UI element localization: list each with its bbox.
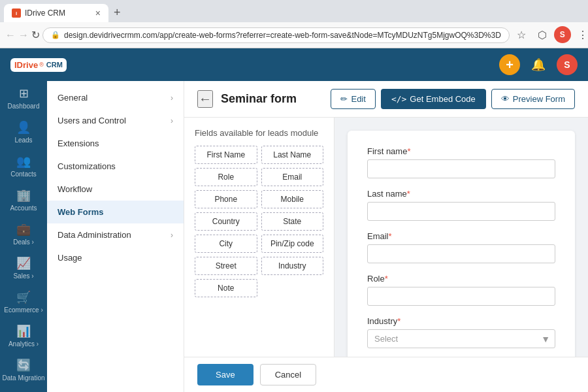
embed-icon: </> (391, 94, 406, 104)
analytics-icon: 📊 (16, 324, 31, 338)
form-group-industry: Industry* Select ▼ (367, 316, 555, 348)
input-email[interactable] (367, 244, 555, 263)
browser-menu-button[interactable]: ⋮ (574, 26, 588, 44)
input-role[interactable] (367, 287, 555, 306)
contacts-icon: 👥 (16, 154, 31, 169)
select-wrapper-industry: Select ▼ (367, 329, 555, 348)
main-content: ← Seminar form ✏ Edit </> Get Embed Code… (184, 81, 588, 392)
two-column-layout: Fields available for leads module First … (184, 118, 588, 357)
menu-item-workflow[interactable]: Workflow (47, 178, 184, 201)
required-indicator: * (397, 316, 400, 326)
input-first-name[interactable] (367, 159, 555, 178)
sidebar-item-data-migration[interactable]: 🔄 Data Migration (0, 353, 47, 387)
field-chip-street[interactable]: Street (195, 257, 257, 275)
field-chip-first-name[interactable]: First Name (195, 146, 257, 164)
menu-item-general[interactable]: General › (47, 86, 184, 109)
sidebar-item-deals[interactable]: 💼 Deals › (0, 217, 47, 251)
menu-item-customizations[interactable]: Customizations (47, 155, 184, 178)
sidebar-item-contacts[interactable]: 👥 Contacts (0, 149, 47, 183)
tab-close-btn[interactable]: × (95, 8, 101, 18)
sidebar: ⊞ Dashboard 👤 Leads 👥 Contacts 🏢 Account… (0, 81, 47, 392)
label-email: Email* (367, 231, 555, 241)
tab-title: IDrive CRM (25, 8, 91, 18)
fields-grid: First Name Last Name Role Email Phone Mo… (195, 146, 323, 297)
notifications-button[interactable]: 🔔 (528, 54, 549, 75)
embed-code-button[interactable]: </> Get Embed Code (381, 89, 486, 109)
chevron-right-icon: › (171, 116, 173, 125)
sales-icon: 📈 (16, 256, 31, 270)
add-button[interactable]: + (499, 54, 520, 75)
fields-panel: Fields available for leads module First … (184, 118, 335, 357)
logo-crm: CRM (46, 61, 63, 69)
chevron-right-icon: › (171, 93, 173, 103)
new-tab-button[interactable]: + (108, 3, 126, 22)
edit-icon: ✏ (340, 94, 348, 104)
field-chip-state[interactable]: State (261, 212, 324, 231)
preview-icon: 👁 (501, 94, 510, 104)
cancel-button[interactable]: Cancel (260, 364, 316, 385)
profile-button[interactable]: S (554, 26, 571, 43)
field-chip-country[interactable]: Country (195, 212, 257, 231)
logo-registered: ® (39, 61, 44, 68)
sidebar-item-ecommerce[interactable]: 🛒 Ecommerce › (0, 285, 47, 319)
form-group-last-name: Last name* (367, 189, 555, 221)
reload-button[interactable]: ↻ (31, 26, 40, 44)
address-text: design.devidrivecrmm.com/app/create-web-… (64, 31, 501, 40)
label-last-name: Last name* (367, 189, 555, 199)
fields-panel-title: Fields available for leads module (195, 128, 323, 138)
sidebar-item-analytics[interactable]: 📊 Analytics › (0, 319, 47, 353)
logo-idrive: IDrive (14, 60, 38, 70)
field-chip-city[interactable]: City (195, 235, 257, 253)
preview-form-button[interactable]: 👁 Preview Form (491, 89, 575, 109)
deals-icon: 💼 (16, 222, 31, 237)
field-chip-pin-zip[interactable]: Pin/Zip code (261, 235, 324, 253)
back-button[interactable]: ← (5, 26, 16, 44)
top-actions: ✏ Edit </> Get Embed Code 👁 Preview Form (331, 89, 575, 109)
data-migration-icon: 🔄 (16, 358, 31, 372)
accounts-icon: 🏢 (16, 188, 31, 203)
label-role: Role* (367, 274, 555, 284)
field-chip-email[interactable]: Email (261, 168, 324, 186)
main-menu: General › Users and Control › Extensions… (47, 81, 184, 392)
input-last-name[interactable] (367, 202, 555, 221)
form-group-email: Email* (367, 231, 555, 263)
bottom-bar: Save Cancel (184, 357, 588, 392)
extensions-button[interactable]: ⬡ (533, 26, 551, 44)
edit-button[interactable]: ✏ Edit (331, 89, 375, 109)
menu-item-web-forms[interactable]: Web Forms (47, 201, 184, 223)
label-first-name: First name* (367, 146, 555, 156)
chevron-right-icon: › (171, 231, 173, 240)
menu-item-data-admin[interactable]: Data Administration › (47, 223, 184, 246)
field-chip-mobile[interactable]: Mobile (261, 190, 324, 208)
form-card: First name* Last name* E (348, 131, 575, 357)
field-chip-last-name[interactable]: Last Name (261, 146, 324, 164)
sidebar-item-dashboard[interactable]: ⊞ Dashboard (0, 81, 47, 115)
form-group-first-name: First name* (367, 146, 555, 178)
menu-item-extensions[interactable]: Extensions (47, 132, 184, 155)
address-bar[interactable]: 🔒 design.devidrivecrmm.com/app/create-we… (42, 27, 510, 43)
forward-button[interactable]: → (18, 26, 29, 44)
page-title: Seminar form (221, 92, 323, 106)
menu-item-users-control[interactable]: Users and Control › (47, 109, 184, 132)
sidebar-item-sales[interactable]: 📈 Sales › (0, 251, 47, 285)
back-button[interactable]: ← (197, 90, 213, 108)
label-industry: Industry* (367, 316, 555, 326)
user-avatar[interactable]: S (557, 54, 578, 75)
save-button[interactable]: Save (197, 364, 253, 385)
form-group-role: Role* (367, 274, 555, 306)
required-indicator: * (389, 231, 392, 241)
sidebar-item-accounts[interactable]: 🏢 Accounts (0, 183, 47, 217)
sidebar-item-leads[interactable]: 👤 Leads (0, 115, 47, 149)
field-chip-note[interactable]: Note (195, 279, 257, 297)
browser-tab[interactable]: i IDrive CRM × (4, 4, 108, 22)
field-chip-industry[interactable]: Industry (261, 257, 324, 275)
app-logo: IDrive ® CRM (10, 58, 67, 72)
tab-favicon: i (12, 8, 21, 18)
sidebar-item-settings[interactable]: ⚙ Settings › (0, 387, 47, 392)
select-industry[interactable]: Select (367, 329, 555, 348)
menu-item-usage[interactable]: Usage (47, 246, 184, 269)
bookmark-button[interactable]: ☆ (512, 26, 531, 44)
field-chip-phone[interactable]: Phone (195, 190, 257, 208)
required-indicator: * (407, 146, 410, 156)
field-chip-role[interactable]: Role (195, 168, 257, 186)
